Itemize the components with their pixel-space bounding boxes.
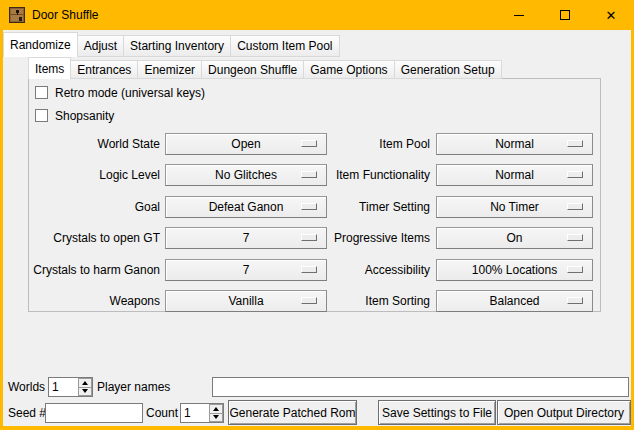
count-spin-up-button[interactable]: [209, 404, 223, 414]
accessibility-label: Accessibility: [365, 259, 430, 281]
main-tab-bar: Randomize Adjust Starting Inventory Cust…: [3, 32, 340, 57]
item-sorting-label: Item Sorting: [365, 290, 430, 312]
randomize-sub-tab-bar: Items Entrances Enemizer Dungeon Shuffle…: [28, 57, 502, 79]
title-bar[interactable]: Door Shuffle ✕: [0, 0, 634, 30]
weapons-label: Weapons: [110, 290, 160, 312]
shopsanity-checkbox[interactable]: [35, 109, 48, 122]
player-names-input[interactable]: [212, 377, 629, 397]
dropdown-indicator-icon: [301, 171, 317, 178]
door-app-icon: [9, 7, 25, 23]
worlds-spin-down-button[interactable]: [78, 388, 92, 397]
weapons-dropdown[interactable]: Vanilla: [165, 290, 327, 312]
seed-input[interactable]: [45, 403, 143, 423]
crystals-open-gt-label: Crystals to open GT: [53, 227, 160, 249]
save-settings-button[interactable]: Save Settings to File: [378, 400, 496, 425]
worlds-label: Worlds: [8, 377, 45, 397]
tab-adjust[interactable]: Adjust: [77, 35, 124, 57]
tab-generation-setup[interactable]: Generation Setup: [394, 60, 502, 79]
worlds-value: 1: [52, 378, 59, 396]
retro-mode-checkbox[interactable]: [35, 86, 48, 99]
item-functionality-dropdown[interactable]: Normal: [436, 164, 593, 186]
arrow-down-icon: [213, 415, 219, 419]
worlds-spinbox[interactable]: 1: [48, 377, 93, 397]
arrow-up-icon: [82, 381, 88, 385]
crystals-open-gt-dropdown[interactable]: 7: [165, 227, 327, 249]
seed-label: Seed #: [8, 403, 46, 423]
player-names-label: Player names: [97, 377, 170, 397]
worlds-spin-up-button[interactable]: [78, 378, 92, 388]
dropdown-indicator-icon: [567, 203, 583, 210]
timer-setting-dropdown[interactable]: No Timer: [436, 196, 593, 218]
minimize-icon: [514, 15, 524, 16]
crystals-harm-ganon-label: Crystals to harm Ganon: [33, 259, 160, 281]
generate-patched-rom-button[interactable]: Generate Patched Rom: [228, 400, 357, 425]
accessibility-dropdown[interactable]: 100% Locations: [436, 259, 593, 281]
dropdown-indicator-icon: [567, 171, 583, 178]
retro-mode-label: Retro mode (universal keys): [55, 86, 205, 100]
tab-enemizer[interactable]: Enemizer: [137, 60, 202, 79]
count-label: Count: [146, 403, 178, 423]
item-pool-label: Item Pool: [379, 133, 430, 155]
item-pool-dropdown[interactable]: Normal: [436, 133, 593, 155]
count-value: 1: [184, 404, 191, 422]
logic-level-label: Logic Level: [99, 164, 160, 186]
world-state-dropdown[interactable]: Open: [165, 133, 327, 155]
shopsanity-label: Shopsanity: [55, 109, 114, 123]
tab-randomize[interactable]: Randomize: [3, 32, 78, 57]
worlds-spin-buttons: [78, 378, 92, 396]
progressive-items-dropdown[interactable]: On: [436, 227, 593, 249]
tab-entrances[interactable]: Entrances: [70, 60, 138, 79]
tab-starting-inventory[interactable]: Starting Inventory: [123, 35, 231, 57]
dropdown-indicator-icon: [567, 266, 583, 273]
close-button[interactable]: ✕: [588, 0, 634, 30]
dropdown-indicator-icon: [567, 234, 583, 241]
count-spin-buttons: [209, 404, 223, 422]
maximize-icon: [560, 10, 570, 20]
minimize-button[interactable]: [496, 0, 542, 30]
dropdown-indicator-icon: [301, 203, 317, 210]
logic-level-dropdown[interactable]: No Glitches: [165, 164, 327, 186]
open-output-directory-button[interactable]: Open Output Directory: [497, 400, 631, 425]
arrow-down-icon: [82, 389, 88, 393]
tab-dungeon-shuffle[interactable]: Dungeon Shuffle: [201, 60, 304, 79]
close-icon: ✕: [606, 9, 617, 22]
tab-items[interactable]: Items: [28, 57, 71, 79]
crystals-harm-ganon-dropdown[interactable]: 7: [165, 259, 327, 281]
item-functionality-label: Item Functionality: [336, 164, 430, 186]
progressive-items-label: Progressive Items: [334, 227, 430, 249]
dropdown-indicator-icon: [301, 297, 317, 304]
dropdown-indicator-icon: [301, 234, 317, 241]
window-border-left: [0, 30, 3, 430]
timer-setting-label: Timer Setting: [359, 196, 430, 218]
tab-game-options[interactable]: Game Options: [303, 60, 394, 79]
door-shuffle-window: Door Shuffle ✕ Randomize Adjust Starting…: [0, 0, 634, 430]
window-title: Door Shuffle: [32, 0, 99, 30]
count-spin-down-button[interactable]: [209, 414, 223, 423]
goal-dropdown[interactable]: Defeat Ganon: [165, 196, 327, 218]
dropdown-indicator-icon: [301, 266, 317, 273]
arrow-up-icon: [213, 407, 219, 411]
dropdown-indicator-icon: [567, 140, 583, 147]
tab-custom-item-pool[interactable]: Custom Item Pool: [230, 35, 339, 57]
item-sorting-dropdown[interactable]: Balanced: [436, 290, 593, 312]
maximize-button[interactable]: [542, 0, 588, 30]
world-state-label: World State: [98, 133, 160, 155]
window-border-bottom: [0, 426, 634, 430]
dropdown-indicator-icon: [301, 140, 317, 147]
goal-label: Goal: [135, 196, 160, 218]
dropdown-indicator-icon: [567, 297, 583, 304]
count-spinbox[interactable]: 1: [180, 403, 224, 423]
